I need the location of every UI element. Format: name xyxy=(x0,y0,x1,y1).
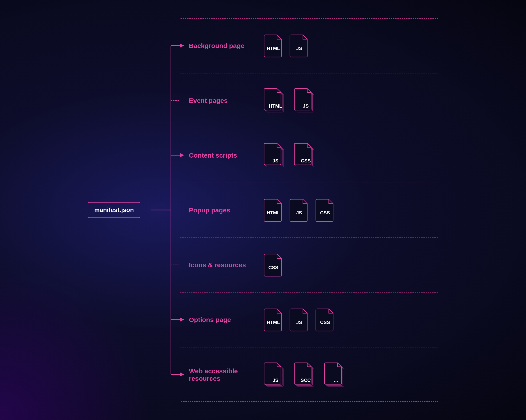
file-single-HTML: HTML xyxy=(263,34,283,57)
file-label: HTML xyxy=(269,103,282,109)
row-popup-pages: Popup pages HTML JS CSS xyxy=(180,183,438,238)
row-icons-resources: Icons & resources CSS xyxy=(180,238,438,293)
manifest-box: manifest.json xyxy=(88,202,140,218)
file-stack-JS: JS xyxy=(263,362,288,388)
row-background-page: Background page HTML JS xyxy=(180,19,438,73)
files-event-pages: HTML JS xyxy=(263,88,318,113)
files-content-scripts: JS CSS xyxy=(263,143,318,168)
label-icons-resources: Icons & resources xyxy=(189,255,263,275)
file-single-JS: JS xyxy=(289,308,309,331)
file-stack-...: ... xyxy=(324,362,348,388)
file-stack-JS: JS xyxy=(263,143,288,168)
right-panel: Background page HTML JS Event pages xyxy=(180,18,438,402)
file-label: ... xyxy=(334,378,338,383)
file-label: JS xyxy=(296,320,302,325)
files-icons-resources: CSS xyxy=(263,254,283,277)
file-label: CSS xyxy=(301,158,311,164)
file-single-HTML: HTML xyxy=(263,308,283,331)
file-single-HTML: HTML xyxy=(263,199,283,222)
manifest-label: manifest.json xyxy=(94,206,134,213)
file-stack-SCC: SCC xyxy=(294,362,318,388)
diagram: manifest.json Background page xyxy=(88,18,438,402)
row-options-page: Options page HTML JS CSS xyxy=(180,293,438,348)
file-stack-JS: JS xyxy=(294,88,318,113)
label-options-page: Options page xyxy=(189,309,263,330)
file-label: HTML xyxy=(266,210,280,216)
row-event-pages: Event pages HTML xyxy=(180,73,438,128)
file-label: SCC xyxy=(301,378,311,383)
file-label: CSS xyxy=(320,320,330,325)
file-single-CSS: CSS xyxy=(263,254,283,277)
file-label: JS xyxy=(273,158,279,164)
files-background-page: HTML JS xyxy=(263,34,309,57)
file-label: CSS xyxy=(268,265,278,270)
row-web-accessible: Web accessible resources JS xyxy=(180,348,438,402)
files-options-page: HTML JS CSS xyxy=(263,308,335,331)
file-single-CSS: CSS xyxy=(315,308,335,331)
label-content-scripts: Content scripts xyxy=(189,145,263,166)
file-label: HTML xyxy=(266,46,280,51)
row-content-scripts: Content scripts JS xyxy=(180,128,438,183)
label-web-accessible: Web accessible resources xyxy=(189,361,263,389)
files-popup-pages: HTML JS CSS xyxy=(263,199,335,222)
label-event-pages: Event pages xyxy=(189,90,263,111)
file-label: HTML xyxy=(266,320,280,325)
file-label: JS xyxy=(296,46,302,51)
label-background-page: Background page xyxy=(189,36,263,56)
file-label: JS xyxy=(303,103,309,109)
file-stack-HTML: HTML xyxy=(263,88,288,113)
file-label: CSS xyxy=(320,210,330,216)
files-web-accessible: JS SCC xyxy=(263,362,348,388)
file-single-CSS: CSS xyxy=(315,199,335,222)
label-popup-pages: Popup pages xyxy=(189,200,263,221)
file-single-JS: JS xyxy=(289,199,309,222)
file-stack-CSS: CSS xyxy=(294,143,318,168)
file-label: JS xyxy=(273,378,279,383)
file-label: JS xyxy=(296,210,302,216)
file-single-JS: JS xyxy=(289,34,309,57)
